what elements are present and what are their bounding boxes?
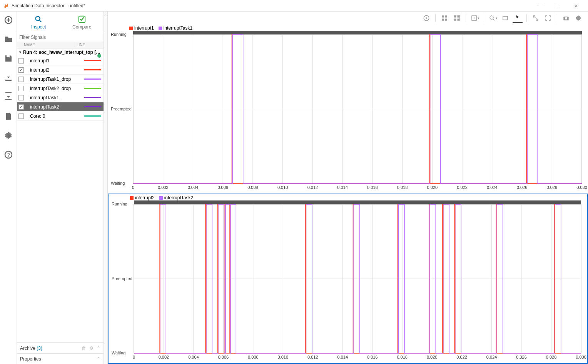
trash-icon[interactable]: 🗑 [82,346,86,351]
subplot-button[interactable]: 1▾ [470,13,480,23]
pointer-button[interactable] [513,13,523,23]
signal-row[interactable]: interrupt1 [17,56,104,65]
signal-row[interactable]: interruptTask1 [17,93,104,102]
help-button[interactable]: ? [2,149,15,161]
x-tick-label: 0.026 [517,185,528,190]
gear-icon[interactable]: ⚙ [89,346,94,351]
y-tick-label: Preempted [112,276,132,281]
legend-label: interrupt2 [135,195,155,200]
svg-point-19 [490,16,493,19]
properties-section[interactable]: Properties ⌃ [17,353,104,364]
fullscreen-button[interactable] [543,13,553,23]
chart-legend: interrupt1interruptTask1 [129,25,192,31]
tab-compare[interactable]: Compare [60,12,104,33]
run-row[interactable]: ▼ Run 4: soc_hwsw_interrupt_top [Curr... [17,48,104,56]
signal-name: interruptTask1_drop [26,77,82,82]
x-tick-label: 0.016 [367,355,378,359]
snapshot-button[interactable] [561,13,571,23]
column-headers: NAME LINE [17,42,104,48]
settings-button[interactable] [573,13,583,23]
signal-line-swatch [82,84,104,93]
y-tick-label: Waiting [112,351,125,355]
expand-button[interactable] [531,13,541,23]
signal-line-swatch [82,102,104,112]
run-label: Run 4: soc_hwsw_interrupt_top [Curr... [23,50,104,55]
stream-button[interactable] [421,13,431,23]
x-tick-label: 0.018 [397,355,408,359]
export-button[interactable] [2,91,15,103]
x-tick-label: 0.010 [278,355,289,359]
x-tick-label: 0.024 [486,355,497,359]
report-button[interactable] [2,110,15,122]
signal-row[interactable]: interruptTask1_drop [17,75,104,84]
signal-row[interactable]: interruptTask2_drop [17,84,104,93]
matlab-logo-icon [3,3,9,9]
maximize-button[interactable]: ☐ [550,0,567,12]
signal-checkbox[interactable] [18,86,24,91]
preferences-button[interactable] [2,129,15,142]
x-tick-label: 0.030 [576,355,586,359]
new-run-button[interactable] [2,14,15,26]
signal-checkbox[interactable] [18,95,24,100]
y-tick-label: Preempted [111,107,132,111]
expand-icon[interactable]: ▼ [18,50,22,54]
x-tick-label: 0.012 [307,355,318,359]
svg-text:?: ? [7,152,10,158]
signal-name: interruptTask1 [26,95,82,100]
x-tick-label: 0.006 [218,355,229,359]
signal-panel: Inspect Compare NAME LINE ▼ Run 4: soc_h… [17,12,104,364]
signal-checkbox[interactable] [18,58,24,63]
x-tick-label: 0.006 [217,185,228,190]
plot-toolbar: 1▾ ▾ [108,12,588,25]
x-tick-label: 0.020 [427,355,438,359]
titlebar: Simulation Data Inspector - untitled* — … [0,0,588,12]
layout-custom-button[interactable] [452,13,462,23]
chevron-left-icon: ‹ [104,13,105,17]
signal-row[interactable]: ✓interrupt2 [17,65,104,75]
chart-bottom[interactable]: interrupt2interruptTask2RunningPreempted… [108,194,588,364]
signal-checkbox[interactable]: ✓ [18,104,24,110]
chart-top[interactable]: interrupt1interruptTask1RunningPreempted… [108,25,588,194]
minimize-button[interactable]: — [532,0,550,12]
x-tick-label: 0 [132,185,134,190]
import-button[interactable] [2,72,15,84]
x-tick-label: 0 [133,355,135,359]
signal-row[interactable]: Core: 0 [17,112,104,121]
signal-line-swatch [82,75,104,84]
layout-grid-button[interactable] [439,13,449,23]
x-tick-label: 0.004 [188,355,199,359]
x-tick-label: 0.030 [576,185,587,190]
chevron-up-icon[interactable]: ⌃ [97,346,100,351]
archive-count: (3) [37,346,42,351]
filter-input[interactable] [17,33,104,42]
svg-rect-15 [458,19,459,21]
svg-rect-10 [442,19,444,21]
signal-row[interactable]: ✓interruptTask2 [17,102,104,112]
svg-rect-8 [442,15,444,17]
x-tick-label: 0.014 [337,185,348,190]
tab-inspect[interactable]: Inspect [17,12,60,33]
archive-section[interactable]: Archive (3) 🗑 ⚙ ⌃ [17,342,104,353]
open-button[interactable] [2,33,15,45]
x-tick-label: 0.022 [456,355,467,359]
signal-line-swatch [82,65,104,75]
col-name[interactable]: NAME [17,43,75,47]
signal-checkbox[interactable]: ✓ [18,67,24,73]
legend-label: interruptTask1 [164,25,192,31]
panel-collapse-handle[interactable]: ‹ [104,12,108,364]
signal-name: interruptTask2_drop [26,86,82,91]
svg-point-5 [36,16,40,20]
zoom-button[interactable]: ▾ [488,13,498,23]
signal-line-swatch [82,93,104,102]
signal-checkbox[interactable] [18,77,24,82]
signal-checkbox[interactable] [18,114,24,119]
check-icon [78,15,86,23]
col-line[interactable]: LINE [75,43,104,47]
svg-rect-45 [134,200,581,204]
fit-button[interactable] [500,13,510,23]
save-button[interactable] [2,52,15,65]
chevron-up-icon[interactable]: ⌃ [97,356,100,362]
close-button[interactable]: ✕ [567,0,585,12]
svg-point-22 [565,17,567,20]
chart-legend: interrupt2interruptTask2 [130,195,193,200]
